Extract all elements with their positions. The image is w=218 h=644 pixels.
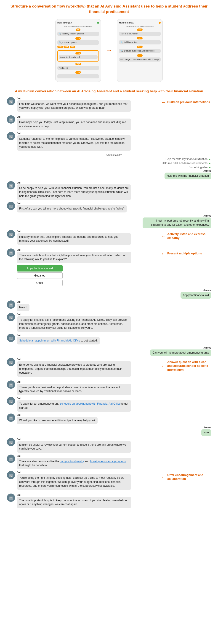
speaker-juji-14: Juji xyxy=(17,414,97,416)
annotation-empathy: ← Actively listen and express empathy xyxy=(161,230,211,240)
bubble-container-5: Juji First of all, can you tell me more … xyxy=(17,202,127,212)
user-bubble-container-1: James Help me with my financial situatio… xyxy=(165,170,211,179)
bubble-1: Last time we chatted, we went over your … xyxy=(17,100,131,112)
annotation-text-1: Build on previous interactions xyxy=(167,100,210,104)
phone-1: Multi-turn Q&A Help me with my financial… xyxy=(55,19,101,82)
reply-option-1[interactable]: Help me with my financial situation ► xyxy=(17,158,211,161)
bubble-18: The most important thing is to keep comm… xyxy=(17,497,131,508)
bubble-container-17: Juji You're doing the right thing by see… xyxy=(17,471,131,490)
annotation-arrow-empathy: ← xyxy=(161,233,166,239)
avatar-juji-18: 🤖 xyxy=(7,494,15,502)
option-financial-aid[interactable]: Apply for financial aid xyxy=(17,265,63,272)
speaker-juji-10: Juji xyxy=(17,334,100,336)
chat-row-empathy: 🤖 Juji I'm sorry to hear that. Let's exp… xyxy=(7,230,211,247)
bubble-11: Emergency grants are financial assistanc… xyxy=(17,361,131,376)
link-financial-aid-1[interactable]: Schedule an appointment with Financial A… xyxy=(19,339,80,342)
bubble-container-8: Juji Noted. xyxy=(17,300,30,311)
user-row-5: James sure xyxy=(7,426,211,436)
bubble-container-16: Juji There are also resources like the c… xyxy=(17,454,131,470)
bot-row-9: 🤖 Juji To apply for financial aid, I rec… xyxy=(7,313,211,332)
speaker-juji-2: Juji xyxy=(17,115,131,118)
phone2-title: Multi-turn Q&A xyxy=(119,22,134,24)
chat-col-1: 🤖 Juji Last time we chatted, we went ove… xyxy=(7,97,161,114)
phone2-node-tips: 🔍 Additional tips xyxy=(119,40,161,44)
phone1-t10-badge: T10 xyxy=(57,37,99,40)
avatar-juji-2: 🤖 xyxy=(7,115,15,124)
phone2-t17-badge: T17 xyxy=(119,54,161,56)
bubble-7: There are multiple options that might he… xyxy=(17,252,131,263)
speaker-juji-4: Juji xyxy=(17,181,131,184)
avatar-juji-9: 🤖 xyxy=(7,313,15,321)
user-name-5: James xyxy=(201,426,211,429)
phone2-node-followup: Encourage communications and follow-up xyxy=(119,58,161,62)
bubble-container-18: Juji The most important thing is to keep… xyxy=(17,494,131,508)
bot-row-7: 🤖 Juji There are multiple options that m… xyxy=(7,248,161,263)
annotation-answer: ← Answer question with clear and accurat… xyxy=(161,358,211,372)
speaker-juji-6: Juji xyxy=(17,230,131,233)
bubble-10: Schedule an appointment with Financial A… xyxy=(17,337,100,344)
link-housing[interactable]: housing assistance programs xyxy=(90,460,126,463)
bubble-17: You're doing the right thing by seeking … xyxy=(17,474,131,490)
bubble-container-3: Juji Students reach out to me for help d… xyxy=(17,132,131,151)
annotation-arrow-1: ← xyxy=(161,100,166,105)
user-row-2: James I lost my part-time job recently, … xyxy=(7,214,211,228)
link-financial-aid-2[interactable]: schedule an appointment with Financial A… xyxy=(60,402,121,405)
phone2-t37-badge: T37 xyxy=(119,37,161,39)
user-bubble-container-4: James Can you tell me more about emergen… xyxy=(150,346,211,356)
bubble-12: These grants are designed to help studen… xyxy=(17,384,131,395)
bubble-container-13: Juji To apply for an emergency grant, sc… xyxy=(17,397,131,412)
bot-row-16: 🤖 Juji There are also resources like the… xyxy=(7,454,211,470)
phone1-header: Multi-turn Q&A xyxy=(57,22,99,24)
bot-row-12: 🤖 Juji These grants are designed to help… xyxy=(7,380,211,395)
avatar-juji-8: 🤖 xyxy=(7,300,15,309)
bubble-6: I'm sorry to hear that. Let's explore fi… xyxy=(17,233,131,245)
workflow-arrow: → xyxy=(105,19,113,82)
avatar-juji-16: 🤖 xyxy=(7,454,15,463)
bubble-14: Would you like to hear some additional t… xyxy=(17,417,97,424)
user-row-4: James Can you tell me more about emergen… xyxy=(7,346,211,356)
phone2-subtitle: Help me with my financial situation xyxy=(119,25,161,27)
avatar-juji-6: 🤖 xyxy=(7,230,15,238)
phone1-subtitle: Help me with my financial situation xyxy=(57,25,99,27)
phone2-t26-badge: T26 xyxy=(119,28,161,31)
bubble-container-9: Juji To apply for financial aid, I recom… xyxy=(17,313,131,332)
user-bubble-container-5: James sure xyxy=(201,426,211,436)
node-icon-identify: 🔍 xyxy=(59,32,61,35)
bubble-container-11: Juji Emergency grants are financial assi… xyxy=(17,358,131,376)
avatar-juji-11: 🤖 xyxy=(7,358,15,366)
chat-col-empathy: 🤖 Juji I'm sorry to hear that. Let's exp… xyxy=(7,230,161,247)
option-job[interactable]: Get a job xyxy=(17,272,63,279)
phone2-header: Multi-turn Q&A xyxy=(119,22,161,24)
user-bubble-2: I lost my part-time job recently, and no… xyxy=(143,218,211,228)
page-title: Structure a conversation flow (workflow)… xyxy=(5,4,213,14)
user-name-4: James xyxy=(150,346,211,349)
user-row-1: James Help me with my financial situatio… xyxy=(7,170,211,179)
reply-arrow-2: ► xyxy=(208,162,211,165)
speaker-juji-15: Juji xyxy=(17,438,131,441)
phone1-t9-badge: T9 xyxy=(57,28,99,31)
bot-row-17: 🤖 Juji You're doing the right thing by s… xyxy=(7,471,161,490)
bubble-13: To apply for an emergency grant, schedul… xyxy=(17,400,131,412)
speaker-juji-17: Juji xyxy=(17,471,131,474)
annotation-arrow-encourage: ← xyxy=(161,474,166,480)
annotation-arrow-options: ← xyxy=(161,251,166,257)
chat-row-1: 🤖 Juji Last time we chatted, we went ove… xyxy=(7,97,211,114)
bubble-15: It might be useful to review your curren… xyxy=(17,441,131,453)
link-food-pantry[interactable]: campus food pantry xyxy=(60,460,84,463)
bot-row-2: 🤖 Juji How may I help you today? Just ke… xyxy=(7,115,211,130)
annotation-build: ← Build on previous interactions xyxy=(161,97,211,105)
bubble-5: First of all, can you tell me more about… xyxy=(17,205,127,212)
reply-option-3[interactable]: Something else ► xyxy=(17,166,211,169)
phone1-node-identify: 🔍 Identify specific problem xyxy=(57,32,99,36)
reply-option-2[interactable]: Help me fulfill academic requirements ► xyxy=(17,162,211,165)
user-name-1: James xyxy=(165,170,211,172)
avatar-juji-3: 🤖 xyxy=(7,132,15,140)
annotation-options: ← Present multiple options xyxy=(161,248,211,257)
phone1-node-explore: 🔍 Explore options xyxy=(57,40,99,45)
annotation-arrow-answer: ← xyxy=(161,363,166,369)
option-other[interactable]: Other xyxy=(17,280,63,286)
phone2-node-counselor: Talk to a counselor xyxy=(119,32,161,36)
phone1-t28-badge: T28 xyxy=(57,71,99,74)
bubble-container-12: Juji These grants are designed to help s… xyxy=(17,380,131,395)
node-icon-explore: 🔍 xyxy=(59,41,61,44)
